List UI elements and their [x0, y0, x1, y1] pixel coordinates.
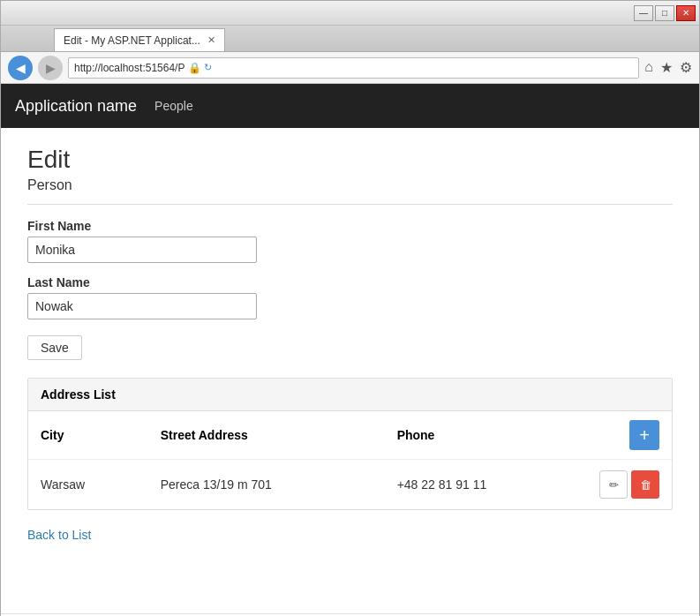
page-subheading: Person	[27, 177, 673, 193]
first-name-label: First Name	[27, 219, 673, 233]
last-name-input[interactable]	[27, 293, 257, 319]
settings-icon[interactable]: ⚙	[680, 59, 692, 76]
first-name-group: First Name	[27, 219, 673, 263]
app-name: Application name	[15, 97, 137, 116]
col-city: City	[28, 411, 148, 460]
app-navbar: Application name People	[1, 84, 699, 128]
table-row: Warsaw Pereca 13/19 m 701 +48 22 81 91 1…	[28, 460, 672, 510]
page-heading: Edit	[27, 146, 673, 174]
divider	[27, 204, 673, 205]
tab-label: Edit - My ASP.NET Applicat...	[64, 34, 200, 47]
address-list-section: Address List City Street Address Phone +	[27, 378, 673, 510]
col-phone: Phone	[385, 411, 583, 460]
cell-actions: ✏ 🗑	[583, 460, 672, 510]
back-button[interactable]: ◀	[8, 56, 33, 80]
favorites-icon[interactable]: ★	[660, 59, 673, 76]
address-bar: ◀ ▶ http://localhost:51564/P 🔒 ↻ ⌂ ★ ⚙	[1, 52, 699, 84]
back-to-list-link[interactable]: Back to List	[27, 528, 91, 542]
cell-phone: +48 22 81 91 11	[385, 460, 583, 510]
window-controls: — □ ✕	[634, 5, 696, 21]
col-street: Street Address	[148, 411, 385, 460]
url-input[interactable]: http://localhost:51564/P 🔒 ↻	[68, 57, 639, 79]
url-text: http://localhost:51564/P	[74, 62, 184, 74]
tab-close-icon[interactable]: ✕	[207, 34, 215, 46]
close-button[interactable]: ✕	[676, 5, 696, 21]
edit-address-button[interactable]: ✏	[599, 470, 628, 499]
title-bar: — □ ✕	[1, 1, 699, 26]
home-icon[interactable]: ⌂	[644, 59, 653, 76]
last-name-label: Last Name	[27, 275, 673, 289]
col-actions: +	[583, 411, 672, 460]
address-list-header: Address List	[28, 379, 672, 411]
last-name-group: Last Name	[27, 275, 673, 319]
cell-city: Warsaw	[28, 460, 148, 510]
people-nav-link[interactable]: People	[154, 99, 193, 113]
active-tab[interactable]: Edit - My ASP.NET Applicat... ✕	[54, 28, 225, 51]
browser-toolbar: ⌂ ★ ⚙	[644, 59, 692, 76]
minimize-button[interactable]: —	[634, 5, 653, 21]
address-table: City Street Address Phone + Warsaw Perec…	[28, 411, 672, 509]
forward-button[interactable]: ▶	[38, 56, 63, 80]
delete-address-button[interactable]: 🗑	[631, 470, 659, 499]
tab-bar: Edit - My ASP.NET Applicat... ✕	[1, 26, 699, 52]
maximize-button[interactable]: □	[655, 5, 674, 21]
refresh-icon[interactable]: ↻	[204, 62, 212, 73]
page-content: Edit Person First Name Last Name Save Ad…	[1, 128, 699, 613]
first-name-input[interactable]	[27, 237, 257, 263]
save-button[interactable]: Save	[27, 335, 82, 360]
cell-street: Pereca 13/19 m 701	[148, 460, 385, 510]
add-address-button[interactable]: +	[629, 420, 659, 450]
